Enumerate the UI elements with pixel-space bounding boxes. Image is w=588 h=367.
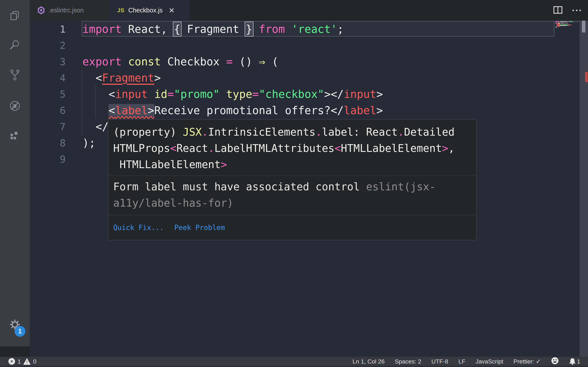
code-token: JSX	[183, 126, 202, 138]
code-token: id	[154, 88, 167, 100]
code-token: Fragment	[102, 71, 154, 84]
code-token: ⇒	[259, 55, 265, 68]
problems-status[interactable]: × 1 ! 0	[9, 358, 36, 365]
scrollbar	[579, 21, 588, 357]
js-icon: JS	[117, 7, 124, 14]
line-number: 3	[30, 53, 66, 70]
code-token: React,	[122, 23, 174, 35]
code-token: <	[334, 142, 341, 154]
close-icon[interactable]	[169, 8, 174, 13]
tooltip-type-line: HTMLProps<React.LabelHTMLAttributes<HTML…	[113, 140, 471, 156]
eol-sequence[interactable]: LF	[458, 358, 465, 365]
code-line[interactable]: <Fragment>	[82, 70, 588, 86]
source-control-icon[interactable]	[0, 63, 30, 87]
minimap-line	[555, 23, 568, 23]
code-token: LabelHTMLAttributes	[214, 142, 334, 154]
quick-fix-link[interactable]: Quick Fix...	[113, 219, 164, 236]
prettier-status[interactable]: Prettier:✓	[513, 358, 541, 365]
code-token: "checkbox"	[259, 88, 324, 100]
code-token: >	[376, 104, 383, 117]
code-token: >	[376, 88, 383, 100]
code-token: IntrinsicElements	[208, 126, 316, 138]
code-token: >	[148, 104, 154, 117]
code-token: >	[442, 142, 448, 154]
code-line[interactable]: <label>Receive promotional offers?</labe…	[82, 102, 588, 118]
code-token: >	[154, 71, 161, 84]
tooltip-type-line: (property) JSX.IntrinsicElements.label: …	[113, 124, 471, 140]
check-icon: ✓	[536, 358, 541, 365]
code-token: .	[316, 126, 322, 138]
tab-label: Checkbox.js	[128, 7, 163, 14]
line-number: 9	[30, 151, 66, 167]
cursor-position[interactable]: Ln 1, Col 26	[353, 358, 385, 365]
tab-checkbox-js[interactable]: JS Checkbox.js	[110, 0, 190, 21]
code-token: 'react'	[292, 23, 337, 35]
code-token: React	[176, 142, 208, 154]
language-mode[interactable]: JavaScript	[476, 358, 503, 365]
code-token: =	[252, 88, 259, 100]
minimap[interactable]	[554, 21, 579, 357]
editor[interactable]: 123456789 import React, { Fragment } fro…	[30, 21, 588, 357]
code-token: =	[226, 55, 233, 68]
code-line[interactable]	[82, 37, 588, 53]
code-token: ()	[233, 55, 259, 68]
line-number: 8	[30, 135, 66, 151]
line-number: 7	[30, 118, 66, 135]
editor-actions	[553, 0, 583, 21]
tab-eslintrc-json[interactable]: .eslintrc.json	[30, 0, 110, 21]
code-token: Fragment	[181, 23, 246, 35]
settings-gear[interactable]: 1	[0, 317, 30, 340]
minimap-line	[557, 25, 571, 25]
code-token: export	[82, 55, 122, 68]
split-editor-icon[interactable]	[553, 6, 563, 15]
code-token	[285, 23, 291, 35]
code-token: type	[226, 88, 252, 100]
code-token: Checkbox	[161, 55, 226, 68]
line-number: 1	[30, 21, 66, 37]
code-token: .	[398, 126, 404, 138]
line-number: 4	[30, 70, 66, 86]
activity-bar: 1	[0, 0, 30, 347]
code-line[interactable]: <input id="promo" type="checkbox"></inpu…	[82, 86, 588, 102]
code-token	[82, 104, 109, 117]
code-token: Detailed	[404, 126, 455, 138]
minimap-line	[555, 27, 557, 28]
more-actions-icon[interactable]	[571, 8, 583, 13]
tab-label: .eslintrc.json	[49, 7, 84, 14]
error-text: Form label must have associated control	[113, 181, 366, 193]
explorer-icon[interactable]	[0, 3, 30, 28]
code-line[interactable]: export const Checkbox = () ⇒ (	[82, 53, 588, 70]
code-token: );	[82, 136, 95, 149]
search-icon[interactable]	[0, 33, 30, 57]
indent-guide	[82, 70, 82, 135]
scrollbar-slider[interactable]	[582, 21, 585, 33]
code-token: .	[208, 142, 214, 154]
tooltip-type-line: HTMLLabelElement>	[113, 156, 471, 173]
code-token	[220, 88, 226, 100]
eslint-icon	[37, 6, 45, 14]
code-token: "promo"	[174, 88, 220, 100]
code-token: const	[128, 55, 161, 68]
minimap-line	[557, 25, 569, 26]
error-word-highlight: <label>	[109, 104, 154, 117]
code-token: label	[115, 104, 148, 117]
code-token: <	[82, 71, 102, 84]
tooltip-type-info: (property) JSX.IntrinsicElements.label: …	[108, 120, 476, 175]
code-token: ,	[448, 142, 455, 154]
warning-icon: !	[23, 358, 31, 365]
code-token: <	[109, 104, 115, 117]
notification-count: 1	[577, 358, 580, 365]
extensions-icon[interactable]	[0, 124, 30, 149]
indentation[interactable]: Spaces: 2	[395, 358, 421, 365]
code-token	[148, 88, 154, 100]
code-token: (property)	[113, 126, 183, 138]
code-token: <	[82, 88, 115, 100]
feedback-smiley-icon[interactable]	[551, 357, 559, 366]
peek-problem-link[interactable]: Peek Problem	[174, 219, 225, 236]
code-token	[122, 55, 128, 68]
code-line[interactable]: import React, { Fragment } from 'react';	[82, 21, 588, 37]
code-token: (	[265, 55, 278, 68]
debug-off-icon[interactable]	[0, 94, 30, 118]
notifications-bell[interactable]: 1	[569, 358, 580, 365]
encoding[interactable]: UTF-8	[431, 358, 448, 365]
